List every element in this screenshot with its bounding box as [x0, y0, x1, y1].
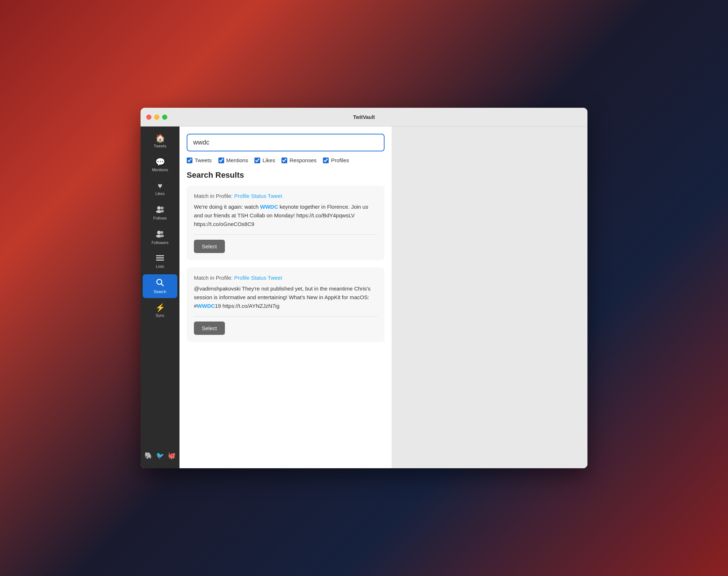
result-text-after-2: 19 https://t.co/AYNZJzN7ig [215, 303, 279, 309]
svg-point-6 [160, 231, 163, 234]
result-match-label-2: Match in Profile: Profile Status Tweet [194, 275, 377, 281]
sidebar-label-followers: Followers [151, 240, 168, 245]
content-area: Tweets Mentions Likes Responses [179, 127, 587, 468]
likes-icon: ♥ [157, 182, 162, 190]
select-button-1[interactable]: Select [194, 240, 225, 253]
app-window: TwitVault 🏠 Tweets 💬 Mentions ♥ Likes [141, 108, 587, 468]
filter-likes-checkbox[interactable] [254, 158, 260, 163]
result-highlight-2: WWDC [197, 303, 215, 309]
sidebar-label-lists: Lists [156, 264, 164, 269]
sidebar-item-sync[interactable]: ⚡ Sync [143, 300, 177, 322]
sidebar-item-follows[interactable]: Follows [143, 201, 177, 225]
filter-profiles[interactable]: Profiles [323, 157, 349, 163]
svg-line-12 [161, 284, 164, 286]
filter-tweets[interactable]: Tweets [187, 157, 212, 163]
sidebar-label-sync: Sync [156, 313, 164, 318]
traffic-lights [146, 115, 167, 120]
result-match-link-2[interactable]: Profile Status Tweet [234, 275, 282, 281]
filter-profiles-checkbox[interactable] [323, 158, 329, 163]
github-icon[interactable]: 🐙 [168, 452, 176, 460]
sidebar-bottom: 🐘 🐦 🐙 [142, 449, 178, 462]
result-divider-1 [194, 234, 377, 235]
svg-rect-9 [156, 257, 164, 258]
filter-tweets-checkbox[interactable] [187, 158, 192, 163]
search-panel: Tweets Mentions Likes Responses [179, 127, 392, 468]
search-input-wrapper [187, 134, 385, 151]
sync-icon: ⚡ [155, 304, 165, 312]
mentions-icon: 💬 [155, 158, 165, 166]
sidebar-item-followers[interactable]: Followers [143, 226, 177, 249]
sidebar-label-likes: Likes [155, 191, 165, 196]
right-panel [392, 127, 587, 468]
sidebar-item-mentions[interactable]: 💬 Mentions [143, 154, 177, 176]
result-text-1: We're doing it again: watch WWDC keynote… [194, 203, 377, 229]
svg-point-0 [157, 206, 161, 210]
select-button-2[interactable]: Select [194, 322, 225, 335]
svg-rect-10 [156, 260, 164, 261]
result-match-link-1[interactable]: Profile Status Tweet [234, 193, 282, 199]
followers-icon [156, 230, 164, 239]
main-layout: 🏠 Tweets 💬 Mentions ♥ Likes [141, 127, 587, 468]
svg-point-3 [160, 210, 164, 213]
svg-point-2 [161, 207, 164, 209]
filter-likes[interactable]: Likes [254, 157, 275, 163]
sidebar-label-tweets: Tweets [154, 144, 167, 148]
filter-mentions[interactable]: Mentions [218, 157, 248, 163]
sidebar-item-lists[interactable]: Lists [143, 251, 177, 273]
filter-mentions-label: Mentions [226, 157, 248, 163]
result-match-label-1: Match in Profile: Profile Status Tweet [194, 193, 377, 199]
title-bar: TwitVault [141, 108, 587, 127]
filter-mentions-checkbox[interactable] [218, 158, 224, 163]
result-divider-2 [194, 316, 377, 316]
follows-icon [156, 206, 164, 214]
svg-point-7 [160, 235, 164, 237]
sidebar-item-tweets[interactable]: 🏠 Tweets [143, 130, 177, 152]
svg-rect-8 [156, 255, 164, 256]
close-button[interactable] [146, 115, 151, 120]
twitter-icon[interactable]: 🐦 [156, 452, 164, 460]
svg-point-4 [157, 231, 161, 234]
result-text-2: @vadimshpakovski They're not published y… [194, 284, 377, 310]
minimize-button[interactable] [154, 115, 159, 120]
home-icon: 🏠 [155, 134, 165, 142]
lists-icon [156, 255, 164, 263]
search-input[interactable] [187, 134, 385, 151]
mastodon-icon[interactable]: 🐘 [145, 452, 152, 460]
filter-profiles-label: Profiles [331, 157, 349, 163]
maximize-button[interactable] [162, 115, 167, 120]
sidebar-label-search: Search [154, 289, 167, 294]
search-icon [156, 279, 164, 288]
result-card: Match in Profile: Profile Status Tweet W… [187, 186, 385, 260]
window-title: TwitVault [353, 114, 375, 120]
sidebar-label-follows: Follows [153, 216, 167, 220]
sidebar-label-mentions: Mentions [152, 168, 168, 172]
sidebar: 🏠 Tweets 💬 Mentions ♥ Likes [141, 127, 179, 468]
filter-tweets-label: Tweets [195, 157, 212, 163]
filter-row: Tweets Mentions Likes Responses [187, 157, 385, 163]
filter-responses-checkbox[interactable] [281, 158, 287, 163]
result-card-2: Match in Profile: Profile Status Tweet @… [187, 267, 385, 342]
sidebar-item-search[interactable]: Search [143, 274, 177, 298]
result-text-before-1: We're doing it again: watch [194, 204, 260, 210]
filter-likes-label: Likes [262, 157, 275, 163]
filter-responses[interactable]: Responses [281, 157, 316, 163]
filter-responses-label: Responses [289, 157, 316, 163]
results-title: Search Results [187, 170, 385, 180]
result-highlight-1: WWDC [260, 204, 278, 210]
sidebar-item-likes[interactable]: ♥ Likes [143, 178, 177, 200]
